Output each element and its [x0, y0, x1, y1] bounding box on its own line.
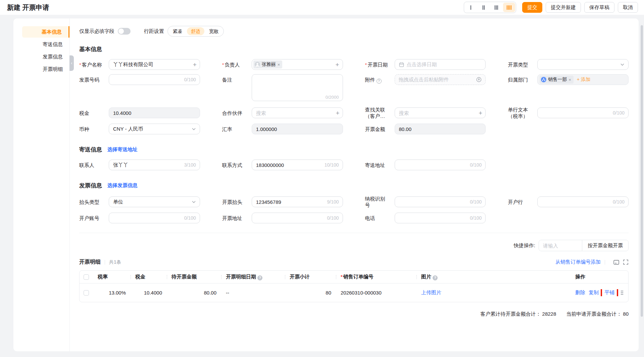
remove-owner-icon[interactable]: × [278, 62, 280, 67]
sidebar-item-invoice-detail[interactable]: 开票明细 [22, 63, 69, 75]
add-from-sales-order-link[interactable]: 从销售订单编号添加 [555, 259, 601, 265]
sidebar-item-shipping-info[interactable]: 寄送信息 [22, 39, 69, 50]
invoice-date-field: *开票日期 点击选择日期 [365, 59, 486, 70]
cell-tax-rate: 13.00% [93, 290, 131, 296]
contact-phone-field: 联系方式 10/100 [222, 160, 343, 170]
invoice-number-input[interactable] [109, 74, 200, 85]
chevron-down-icon [192, 201, 196, 203]
column-detail-date: 开票明细日期? [221, 274, 285, 280]
table-row: 13.00% 10.4000 80.00 -- 80 20260310-0000… [80, 283, 628, 302]
delete-row-link[interactable]: 删除 [575, 289, 585, 296]
invoice-type-select[interactable] [537, 59, 629, 70]
choose-invoice-info-link[interactable]: 选择发票信息 [107, 182, 138, 189]
copy-row-link[interactable]: 复制 [589, 289, 599, 296]
single-line-text-field: 单行文本（税率） 0/100 [508, 106, 629, 119]
sidebar-item-invoice-info[interactable]: 发票信息 [22, 51, 69, 62]
partner-search-input[interactable] [252, 107, 343, 118]
row-checkbox[interactable] [84, 290, 89, 296]
contact-phone-label: 联系方式 [222, 162, 242, 168]
spacing-comfort-option[interactable]: 舒适 [187, 27, 204, 35]
drag-handle-icon[interactable] [621, 291, 624, 295]
row-count-badge: 共1条 [109, 259, 121, 265]
invoice-address-input[interactable] [252, 213, 343, 223]
invoice-amount-readonly-input: 80.00 [395, 124, 486, 134]
column-actions: 操作 [567, 274, 628, 280]
currency-select[interactable]: CNY - 人民币 [109, 124, 200, 134]
bank-account-input[interactable] [109, 213, 200, 223]
currency-field: 币种 CNY - 人民币 [79, 124, 200, 134]
current-request-total: 当前申请开票金额合计：80 [566, 311, 629, 317]
remark-field: 备注 0/2000 [222, 74, 343, 102]
single-line-text-label: 单行文本（税率） [508, 107, 528, 119]
single-line-text-input[interactable] [537, 107, 629, 118]
shipping-info-title: 寄送信息 [79, 146, 102, 153]
select-all-checkbox[interactable] [84, 274, 89, 280]
required-only-label: 仅显示必填字段 [79, 28, 114, 35]
submit-button[interactable]: 提交 [522, 2, 542, 13]
save-draft-button[interactable]: 保存草稿 [584, 2, 614, 13]
invoice-date-input[interactable]: 点击选择日期 [395, 59, 486, 70]
cancel-button[interactable]: 取消 [618, 2, 638, 13]
layout-4-columns-icon[interactable] [503, 3, 515, 12]
related-lookup-search-input[interactable] [395, 107, 486, 118]
display-controls: 仅显示必填字段 行距设置 紧凑 舒适 宽敞 [79, 26, 629, 37]
bank-input[interactable] [537, 196, 629, 207]
spacing-wide-option[interactable]: 宽敞 [205, 27, 222, 35]
chevron-down-icon [621, 63, 624, 66]
fullscreen-icon[interactable] [623, 259, 629, 265]
invoice-detail-table: 税率 税金 待开票金额 开票明细日期? 开票小计 *销售订单编号 图片? 操作 … [79, 270, 629, 302]
title-type-select[interactable]: 单位 [109, 196, 200, 207]
attachment-dropzone[interactable]: 拖拽或点击后粘贴附件 [395, 74, 486, 85]
cell-tax: 10.4000 [131, 290, 167, 296]
sidebar-collapse-handle[interactable]: ‹ [69, 55, 74, 71]
quick-amount-input[interactable] [539, 240, 582, 251]
spacing-compact-option[interactable]: 紧凑 [169, 27, 186, 35]
related-lookup-label: 查找关联（客户… [365, 107, 385, 119]
tile-link[interactable]: 平铺 [604, 289, 614, 296]
layout-3-columns-icon[interactable] [490, 3, 502, 12]
column-subtotal: 开票小计 [285, 274, 336, 280]
choose-shipping-address-link[interactable]: 选择寄送地址 [107, 146, 138, 153]
add-department-link[interactable]: + 添加 [577, 77, 590, 83]
image-help-icon: ? [433, 275, 438, 280]
upload-image-link[interactable]: 上传图片 [421, 289, 441, 295]
owner-input[interactable]: 张雅丽 × + [252, 59, 343, 70]
contact-phone-input[interactable] [252, 160, 343, 170]
invoice-type-field: 开票类型 [508, 59, 629, 70]
bank-account-field: 开户账号 0/100 [79, 213, 200, 223]
invoice-by-amount-button[interactable]: 按开票金额开票 [582, 240, 628, 251]
tax-field: 税金 10.4000 [79, 107, 200, 118]
customer-name-input[interactable] [109, 59, 200, 70]
invoice-detail-title: 开票明细 [79, 259, 101, 266]
attachment-label: 附件 [365, 77, 375, 83]
partner-label: 合作伙伴 [222, 110, 242, 116]
invoice-amount-field: 开票金额 80.00 [365, 124, 486, 134]
contact-input[interactable] [109, 160, 200, 170]
remove-department-icon[interactable]: × [568, 77, 571, 82]
department-input[interactable]: 销售一部 × + 添加 [537, 74, 629, 85]
tax-id-input[interactable] [395, 196, 486, 207]
invoice-title-field: 开票抬头 9/100 [222, 196, 343, 207]
owner-tag: 张雅丽 × [253, 60, 283, 69]
layout-2-columns-icon[interactable] [478, 3, 490, 12]
layout-1-column-icon[interactable] [465, 3, 477, 12]
invoice-title-input[interactable] [252, 196, 343, 207]
telephone-input[interactable] [395, 213, 486, 223]
owner-label: 负责人 [225, 62, 240, 68]
add-related-icon[interactable]: + [479, 110, 482, 116]
attachment-field: 附件? 拖拽或点击后粘贴附件 [365, 74, 486, 85]
shipping-address-input[interactable] [395, 160, 486, 170]
required-only-toggle[interactable] [118, 28, 131, 35]
page-scrollbar[interactable] [641, 25, 643, 317]
add-customer-icon[interactable]: + [193, 61, 197, 68]
column-image: 图片? [416, 274, 567, 280]
add-owner-icon[interactable]: + [335, 61, 339, 68]
remark-textarea[interactable] [252, 74, 343, 101]
submit-and-new-button[interactable]: 提交并新建 [546, 2, 581, 13]
top-bar: 新建 开票申请 提交 提交并新建 保存草稿 取消 [0, 0, 644, 15]
avatar-icon [255, 62, 260, 67]
card-view-icon[interactable] [613, 259, 619, 265]
add-partner-icon[interactable]: + [336, 110, 339, 116]
customer-name-label: 客户名称 [82, 62, 102, 68]
sidebar-item-basic-info[interactable]: 基本信息 [22, 26, 69, 38]
